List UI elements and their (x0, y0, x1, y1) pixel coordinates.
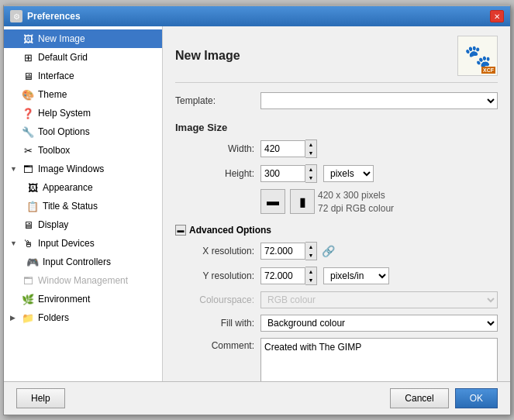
advanced-section: ▬ Advanced Options X resolution: ▲ ▼ (175, 225, 498, 381)
comment-textarea[interactable] (260, 338, 498, 381)
width-down-btn[interactable]: ▼ (305, 149, 316, 157)
template-control (260, 92, 498, 109)
y-resolution-label: Y resolution: (175, 270, 260, 281)
expand-icon: ▶ (10, 314, 18, 322)
width-spinner-btns: ▲ ▼ (305, 139, 317, 158)
x-resolution-row: X resolution: ▲ ▼ 🔗 (175, 242, 498, 260)
sidebar-item-window-management[interactable]: 🗔 Window Management (4, 271, 162, 290)
x-resolution-spinner: ▲ ▼ (260, 242, 317, 260)
height-input[interactable] (260, 165, 305, 182)
title-bar: ⚙ Preferences ✕ (4, 6, 510, 26)
sidebar-item-tool-options[interactable]: 🔧 Tool Options (4, 122, 162, 141)
y-resolution-row: Y resolution: ▲ ▼ pixels/in pixels/mm (175, 267, 498, 285)
preview-buttons: ▬ ▮ (260, 189, 315, 214)
x-resolution-input[interactable] (260, 243, 305, 260)
sidebar-label-tool-options: Tool Options (38, 126, 90, 137)
theme-icon: 🎨 (21, 88, 35, 102)
width-spinner: ▲ ▼ (260, 139, 317, 158)
sidebar-label-interface: Interface (38, 71, 74, 81)
template-select[interactable] (260, 92, 498, 109)
fill-with-select[interactable]: Background colour Foreground colour Whit… (260, 315, 498, 332)
sidebar-item-default-grid[interactable]: ⊞ Default Grid (4, 48, 162, 67)
sidebar-label-default-grid: Default Grid (38, 52, 88, 63)
title-controls: ✕ (490, 10, 504, 22)
width-control: ▲ ▼ (260, 139, 498, 158)
sidebar-item-theme[interactable]: 🎨 Theme (4, 85, 162, 104)
window-title: Preferences (27, 11, 81, 22)
comment-row: Comment: (175, 338, 498, 381)
folders-icon: 📁 (21, 311, 35, 325)
cancel-button[interactable]: Cancel (390, 388, 448, 408)
title-status-icon: 📋 (26, 199, 40, 213)
sidebar-item-environment[interactable]: 🌿 Environment (4, 290, 162, 308)
sidebar-item-interface[interactable]: 🖥 Interface (4, 67, 162, 85)
appearance-icon: 🖼 (26, 181, 40, 195)
sidebar: 🖼 New Image ⊞ Default Grid 🖥 Interface 🎨… (4, 26, 163, 381)
sidebar-item-folders[interactable]: ▶ 📁 Folders (4, 308, 162, 327)
display-icon: 🖥 (21, 218, 35, 232)
fill-with-row: Fill with: Background colour Foreground … (175, 315, 498, 332)
width-label: Width: (175, 143, 260, 154)
sidebar-item-input-devices[interactable]: ▼ 🖱 Input Devices (4, 234, 162, 253)
sidebar-label-display: Display (38, 219, 68, 230)
height-up-btn[interactable]: ▲ (305, 165, 316, 174)
new-image-icon: 🖼 (21, 32, 35, 46)
y-resolution-control: ▲ ▼ pixels/in pixels/mm (260, 267, 498, 285)
x-res-down-btn[interactable]: ▼ (305, 251, 316, 260)
sidebar-label-toolbox: Toolbox (38, 145, 70, 156)
sidebar-label-new-image: New Image (38, 33, 85, 44)
close-button[interactable]: ✕ (490, 10, 504, 22)
main-content: 🖼 New Image ⊞ Default Grid 🖥 Interface 🎨… (4, 26, 510, 381)
ok-button[interactable]: OK (455, 388, 498, 408)
height-row: Height: ▲ ▼ pixels inches mm (175, 164, 498, 183)
help-button[interactable]: Help (16, 388, 65, 408)
sidebar-item-help-system[interactable]: ❓ Help System (4, 104, 162, 122)
sidebar-item-display[interactable]: 🖥 Display (4, 215, 162, 234)
x-res-up-btn[interactable]: ▲ (305, 243, 316, 251)
sidebar-item-new-image[interactable]: 🖼 New Image (4, 29, 162, 48)
y-res-down-btn[interactable]: ▼ (305, 276, 316, 284)
comment-control (260, 338, 498, 381)
default-grid-icon: ⊞ (21, 50, 35, 64)
sidebar-item-image-windows[interactable]: ▼ 🗔 Image Windows (4, 160, 162, 178)
environment-icon: 🌿 (21, 292, 35, 306)
expand-icon: ▼ (10, 165, 18, 173)
sidebar-item-appearance[interactable]: 🖼 Appearance (4, 178, 162, 197)
toolbox-icon: ✂ (21, 143, 35, 157)
portrait-preview-btn[interactable]: ▬ (260, 189, 285, 214)
help-system-icon: ❓ (21, 106, 35, 120)
sidebar-label-folders: Folders (38, 312, 69, 323)
preferences-window: ⚙ Preferences ✕ 🖼 New Image ⊞ Default Gr… (3, 5, 511, 415)
sidebar-item-title-status[interactable]: 📋 Title & Status (4, 197, 162, 215)
tool-options-icon: 🔧 (21, 125, 35, 139)
width-input[interactable] (260, 140, 305, 157)
resolution-unit-select[interactable]: pixels/in pixels/mm (323, 267, 389, 284)
height-spinner-btns: ▲ ▼ (305, 164, 317, 183)
width-up-btn[interactable]: ▲ (305, 140, 316, 149)
y-resolution-spinner-btns: ▲ ▼ (305, 267, 317, 285)
fill-with-label: Fill with: (175, 318, 260, 329)
collapse-btn[interactable]: ▬ (175, 225, 186, 236)
footer: Help Cancel OK (4, 381, 510, 415)
sidebar-label-input-controllers: Input Controllers (43, 256, 111, 267)
fill-with-control: Background colour Foreground colour Whit… (260, 315, 498, 332)
advanced-header[interactable]: ▬ Advanced Options (175, 225, 498, 236)
height-label: Height: (175, 168, 260, 179)
colourspace-control: RGB colour (260, 291, 498, 308)
colourspace-row: Colourspace: RGB colour (175, 291, 498, 308)
y-res-up-btn[interactable]: ▲ (305, 267, 316, 276)
footer-right: Cancel OK (390, 388, 498, 408)
y-resolution-input[interactable] (260, 267, 305, 284)
sidebar-item-toolbox[interactable]: ✂ Toolbox (4, 141, 162, 160)
landscape-preview-btn[interactable]: ▮ (290, 189, 315, 214)
sidebar-item-input-controllers[interactable]: 🎮 Input Controllers (4, 253, 162, 271)
height-down-btn[interactable]: ▼ (305, 174, 316, 182)
y-resolution-spinner: ▲ ▼ (260, 267, 317, 285)
sidebar-label-environment: Environment (38, 294, 90, 305)
unit-select[interactable]: pixels inches mm (323, 165, 374, 182)
height-control: ▲ ▼ pixels inches mm (260, 164, 498, 183)
expand-icon: ▼ (10, 239, 18, 247)
colourspace-select[interactable]: RGB colour (260, 291, 498, 308)
sidebar-label-appearance: Appearance (43, 182, 93, 193)
footer-left: Help (16, 388, 65, 408)
